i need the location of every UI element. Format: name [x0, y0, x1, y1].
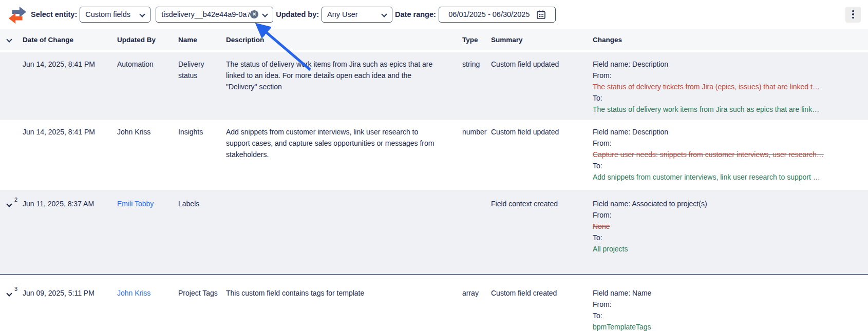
cell-date: Jun 11, 2025, 8:37 AM — [23, 198, 117, 269]
chevron-down-icon[interactable] — [7, 291, 12, 296]
table-row: Jun 14, 2025, 8:41 PM John Kriss Insight… — [0, 120, 868, 190]
entity-type-select[interactable]: Custom fields — [80, 7, 150, 23]
cell-name: Project Tags — [178, 287, 226, 331]
cell-type — [462, 198, 491, 269]
header-type: Type — [462, 36, 491, 44]
cell-updated-by: John Kriss — [117, 126, 178, 185]
cell-changes: Field name: Associated to project(s) Fro… — [593, 198, 868, 269]
change-from-value: None — [593, 221, 860, 232]
cell-type: string — [462, 59, 491, 115]
entity-type-value: Custom fields — [85, 10, 130, 18]
change-from-label: From: — [593, 299, 860, 310]
change-field-name: Field name: Associated to project(s) — [593, 198, 860, 209]
change-from-label: From: — [593, 70, 860, 81]
header-description: Description — [226, 36, 462, 44]
collapse-all-icon[interactable] — [7, 37, 12, 42]
updated-by-label: Updated by: — [276, 10, 319, 18]
date-range-value: 06/01/2025 - 06/30/2025 — [448, 10, 530, 18]
change-to-value: Add snippets from customer interviews, l… — [593, 171, 860, 183]
cell-updated-by-link[interactable]: Emili Tobby — [117, 198, 178, 269]
calendar-icon — [537, 10, 545, 19]
cell-changes: Field name: Name From: To: bpmTemplateTa… — [593, 287, 868, 331]
cell-type: number — [462, 126, 491, 185]
table-row-group: 3 Jun 09, 2025, 5:11 PM John Kriss Proje… — [0, 279, 868, 331]
header-name: Name — [178, 36, 226, 44]
date-range-label: Date range: — [395, 10, 436, 18]
filter-toolbar: Select entity: Custom fields tisdelivery… — [0, 0, 868, 29]
table-row: Jun 14, 2025, 8:41 PM Automation Deliver… — [0, 52, 868, 120]
change-from-value: The status of delivery tickets from Jira… — [593, 81, 860, 92]
header-date-of-change: Date of Change — [23, 36, 117, 44]
change-to-label: To: — [593, 232, 860, 243]
row-expander[interactable]: 3 — [0, 287, 23, 299]
cell-summary: Custom field updated — [491, 59, 593, 115]
chevron-down-icon — [382, 12, 387, 17]
cell-date: Jun 14, 2025, 8:41 PM — [23, 126, 117, 185]
cell-description — [226, 198, 462, 269]
date-range-input[interactable]: 06/01/2025 - 06/30/2025 — [439, 7, 556, 23]
table-row-group: 2 Jun 11, 2025, 8:37 AM Emili Tobby Labe… — [0, 190, 868, 275]
change-to-value: bpmTemplateTags — [593, 321, 860, 331]
cell-description: Add snippets from customer interviews, l… — [226, 126, 462, 185]
header-changes: Changes — [593, 36, 868, 44]
group-count-badge: 3 — [14, 283, 17, 295]
change-field-name: Field name: Description — [593, 59, 860, 70]
table-header: Date of Change Updated By Name Descripti… — [0, 29, 868, 50]
cell-date: Jun 14, 2025, 8:41 PM — [23, 59, 117, 115]
cell-changes: Field name: Description From: Capture us… — [593, 126, 868, 185]
cell-summary: Custom field updated — [491, 126, 593, 185]
cell-name: Labels — [178, 198, 226, 269]
change-to-label: To: — [593, 160, 860, 171]
cell-name: Insights — [178, 126, 226, 185]
header-summary: Summary — [491, 36, 593, 44]
cell-date: Jun 09, 2025, 5:11 PM — [23, 287, 117, 331]
cell-description: This custom field contains tags for temp… — [226, 287, 462, 331]
change-from-value: Capture user needs: snippets from custom… — [593, 149, 860, 160]
change-from-label: From: — [593, 209, 860, 221]
change-to-value: All projects — [593, 243, 860, 255]
clear-selection-icon[interactable]: ✕ — [250, 10, 258, 18]
cell-updated-by: Automation — [117, 59, 178, 115]
more-actions-button[interactable] — [845, 7, 861, 23]
chevron-down-icon[interactable] — [7, 202, 12, 207]
change-field-name: Field name: Description — [593, 126, 860, 138]
cell-updated-by-link[interactable]: John Kriss — [117, 287, 178, 331]
change-to-label: To: — [593, 310, 860, 321]
cell-summary: Custom field created — [491, 287, 593, 331]
change-to-value: The status of delivery work items from J… — [593, 104, 860, 115]
change-field-name: Field name: Name — [593, 287, 860, 299]
change-from-label: From: — [593, 138, 860, 149]
entity-instance-value: tisdelivery__b42e44a9-0a7… — [161, 10, 250, 18]
entity-instance-select[interactable]: tisdelivery__b42e44a9-0a7… ✕ — [156, 7, 273, 23]
app-logo-arrows-icon — [7, 4, 29, 25]
cell-name: Delivery status — [178, 59, 226, 115]
row-expander[interactable]: 2 — [0, 198, 23, 209]
chevron-down-icon[interactable] — [262, 12, 268, 17]
change-to-label: To: — [593, 92, 860, 104]
cell-changes: Field name: Description From: The status… — [593, 59, 868, 115]
header-updated-by: Updated By — [117, 36, 178, 44]
audit-log-page: Select entity: Custom fields tisdelivery… — [0, 0, 868, 331]
updated-by-value: Any User — [327, 10, 358, 18]
cell-type: array — [462, 287, 491, 331]
cell-summary: Field context created — [491, 198, 593, 269]
chevron-down-icon — [140, 12, 145, 17]
select-entity-label: Select entity: — [31, 10, 77, 18]
updated-by-select[interactable]: Any User — [322, 7, 392, 23]
cell-description: The status of delivery work items from J… — [226, 59, 462, 115]
group-count-badge: 2 — [14, 194, 17, 205]
